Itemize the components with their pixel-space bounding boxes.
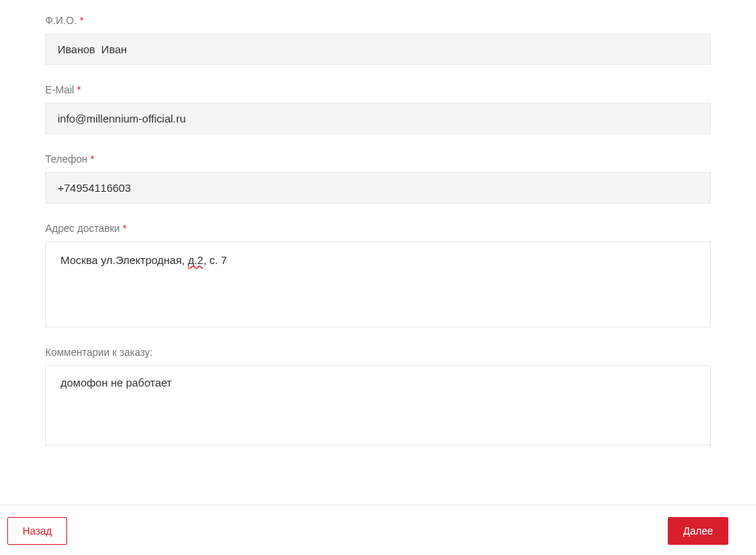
checkout-form: Ф.И.О. * E-Mail * Телефон * Адрес достав… (0, 0, 756, 482)
fullname-label: Ф.И.О. * (45, 15, 711, 26)
required-star-icon: * (122, 222, 126, 234)
address-group: Адрес доставки * Москва ул.Электродная, … (45, 222, 711, 327)
phone-label: Телефон * (45, 153, 711, 165)
comment-textarea[interactable]: домофон не работает (45, 365, 711, 446)
comment-group: Комментарии к заказу: домофон не работае… (45, 346, 711, 449)
address-text-part: Москва ул.Электродная, (61, 254, 188, 266)
address-textarea[interactable]: Москва ул.Электродная, д.2, с. 7 (45, 241, 711, 327)
comment-label-text: Комментарии к заказу: (45, 346, 153, 358)
required-star-icon: * (77, 84, 81, 96)
phone-label-text: Телефон (45, 153, 87, 165)
phone-input[interactable] (45, 172, 711, 203)
fullname-group: Ф.И.О. * (45, 15, 711, 65)
email-group: E-Mail * (45, 84, 711, 134)
address-label: Адрес доставки * (45, 222, 711, 234)
address-spellcheck-text: д.2 (188, 254, 203, 266)
fullname-label-text: Ф.И.О. (45, 15, 77, 26)
email-input[interactable] (45, 103, 711, 134)
email-label-text: E-Mail (45, 84, 74, 96)
address-label-text: Адрес доставки (45, 222, 120, 234)
comment-label: Комментарии к заказу: (45, 346, 711, 358)
required-star-icon: * (79, 15, 83, 26)
fullname-input[interactable] (45, 34, 711, 65)
phone-group: Телефон * (45, 153, 711, 203)
address-text-part: , с. 7 (203, 254, 227, 266)
footer-bar: Назад Далее (0, 505, 756, 555)
email-label: E-Mail * (45, 84, 711, 96)
required-star-icon: * (90, 153, 94, 165)
back-button[interactable]: Назад (7, 517, 67, 545)
next-button[interactable]: Далее (668, 517, 728, 545)
